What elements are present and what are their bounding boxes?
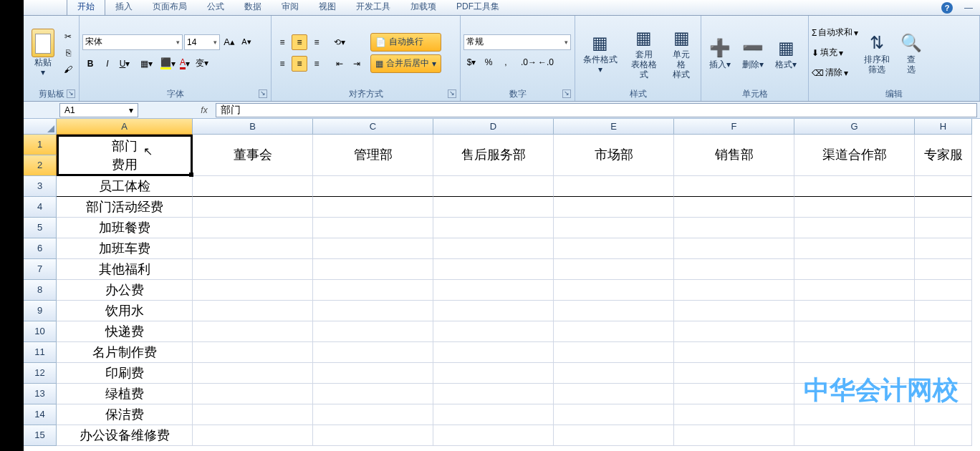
tab-review[interactable]: 审阅 xyxy=(272,0,309,15)
cell-f8[interactable] xyxy=(674,280,794,301)
cell-g14[interactable] xyxy=(794,404,915,425)
cell-b14[interactable] xyxy=(193,404,313,425)
cell-h5[interactable] xyxy=(915,218,972,238)
copy-button[interactable]: ⎘ xyxy=(60,45,76,61)
tab-addins[interactable]: 加载项 xyxy=(400,0,446,15)
font-name-select[interactable]: 宋体▾ xyxy=(82,34,183,50)
row-header-4[interactable]: 4 xyxy=(24,197,57,218)
cell-g15[interactable] xyxy=(794,425,915,446)
cell-d1[interactable]: 售后服务部 xyxy=(433,135,554,176)
row-header-9[interactable]: 9 xyxy=(24,301,57,321)
phonetic-button[interactable]: 变▾ xyxy=(194,56,210,72)
paste-button[interactable]: 粘贴 ▾ xyxy=(27,27,59,79)
cell-f12[interactable] xyxy=(674,363,794,384)
cell-a6[interactable]: 加班车费 xyxy=(57,238,193,259)
cell-a11[interactable]: 名片制作费 xyxy=(57,342,193,363)
cell-g13[interactable] xyxy=(794,384,915,404)
cell-a15[interactable]: 办公设备维修费 xyxy=(57,425,193,446)
row-header-14[interactable]: 14 xyxy=(24,404,57,425)
cell-c6[interactable] xyxy=(313,238,433,259)
insert-cells-button[interactable]: ➕插入▾ xyxy=(704,35,736,71)
cell-c3[interactable] xyxy=(313,176,433,197)
font-launcher[interactable]: ↘ xyxy=(259,89,267,98)
cell-f13[interactable] xyxy=(674,384,794,404)
row-header-3[interactable]: 3 xyxy=(24,176,57,197)
cell-b13[interactable] xyxy=(193,384,313,404)
tab-home[interactable]: 开始 xyxy=(67,0,105,15)
fill-color-button[interactable]: ⬛▾ xyxy=(160,56,176,72)
clipboard-launcher[interactable]: ↘ xyxy=(67,89,75,98)
cell-b7[interactable] xyxy=(193,259,313,280)
merge-center-button[interactable]: ▦ 合并后居中 ▾ xyxy=(370,54,441,73)
row-header-7[interactable]: 7 xyxy=(24,259,57,280)
row-header-1[interactable]: 1 xyxy=(24,135,57,155)
cell-e4[interactable] xyxy=(554,197,674,218)
tab-pdftools[interactable]: PDF工具集 xyxy=(446,0,509,15)
cell-g4[interactable] xyxy=(794,197,915,218)
cell-h3[interactable] xyxy=(915,176,972,197)
cell-a12[interactable]: 印刷费 xyxy=(57,363,193,384)
cell-d15[interactable] xyxy=(433,425,554,446)
formula-input[interactable]: 部门 xyxy=(216,103,977,117)
cell-f7[interactable] xyxy=(674,259,794,280)
cell-e15[interactable] xyxy=(554,425,674,446)
clear-button[interactable]: ⌫ 清除 ▾ xyxy=(812,64,858,82)
cell-c7[interactable] xyxy=(313,259,433,280)
cell-a8[interactable]: 办公费 xyxy=(57,280,193,301)
minimize-ribbon-icon[interactable]: — xyxy=(964,3,973,13)
italic-button[interactable]: I xyxy=(100,56,115,72)
decrease-indent-button[interactable]: ⇤ xyxy=(332,56,347,72)
cell-g3[interactable] xyxy=(794,176,915,197)
cell-f3[interactable] xyxy=(674,176,794,197)
cell-h13[interactable] xyxy=(915,384,972,404)
cell-h14[interactable] xyxy=(915,404,972,425)
cell-h4[interactable] xyxy=(915,197,972,218)
cell-c5[interactable] xyxy=(313,218,433,238)
cell-h15[interactable] xyxy=(915,425,972,446)
cell-f15[interactable] xyxy=(674,425,794,446)
cell-f6[interactable] xyxy=(674,238,794,259)
format-cells-button[interactable]: ▦格式▾ xyxy=(770,35,802,71)
tab-pagelayout[interactable]: 页面布局 xyxy=(143,0,197,15)
underline-button[interactable]: U▾ xyxy=(117,56,133,72)
cell-d13[interactable] xyxy=(433,384,554,404)
row-header-13[interactable]: 13 xyxy=(24,384,57,404)
cell-a10[interactable]: 快递费 xyxy=(57,321,193,342)
cell-c15[interactable] xyxy=(313,425,433,446)
cell-a4[interactable]: 部门活动经费 xyxy=(57,197,193,218)
cell-h8[interactable] xyxy=(915,280,972,301)
name-box[interactable]: A1▾ xyxy=(59,103,138,117)
tab-formulas[interactable]: 公式 xyxy=(197,0,234,15)
cell-e6[interactable] xyxy=(554,238,674,259)
cell-d10[interactable] xyxy=(433,321,554,342)
cell-d7[interactable] xyxy=(433,259,554,280)
cell-b11[interactable] xyxy=(193,342,313,363)
cell-d14[interactable] xyxy=(433,404,554,425)
col-header-g[interactable]: G xyxy=(794,119,915,135)
cell-g9[interactable] xyxy=(794,301,915,321)
cell-b12[interactable] xyxy=(193,363,313,384)
align-bottom-button[interactable]: ≡ xyxy=(309,34,325,50)
tab-data[interactable]: 数据 xyxy=(234,0,272,15)
cell-c13[interactable] xyxy=(313,384,433,404)
bold-button[interactable]: B xyxy=(82,56,98,72)
cell-a9[interactable]: 饮用水 xyxy=(57,301,193,321)
cell-g8[interactable] xyxy=(794,280,915,301)
cell-h12[interactable] xyxy=(915,363,972,384)
cell-e9[interactable] xyxy=(554,301,674,321)
cell-g7[interactable] xyxy=(794,259,915,280)
align-right-button[interactable]: ≡ xyxy=(309,56,325,72)
col-header-c[interactable]: C xyxy=(313,119,433,135)
percent-button[interactable]: % xyxy=(481,54,496,70)
cell-d12[interactable] xyxy=(433,363,554,384)
cell-b1[interactable]: 董事会 xyxy=(193,135,313,176)
border-button[interactable]: ▦▾ xyxy=(138,56,154,72)
cell-a3[interactable]: 员工体检 xyxy=(57,176,193,197)
tab-insert[interactable]: 插入 xyxy=(105,0,143,15)
delete-cells-button[interactable]: ➖删除▾ xyxy=(737,35,769,71)
cell-d8[interactable] xyxy=(433,280,554,301)
cell-e12[interactable] xyxy=(554,363,674,384)
cell-h6[interactable] xyxy=(915,238,972,259)
increase-decimal-button[interactable]: .0→ xyxy=(521,54,537,70)
cell-d11[interactable] xyxy=(433,342,554,363)
